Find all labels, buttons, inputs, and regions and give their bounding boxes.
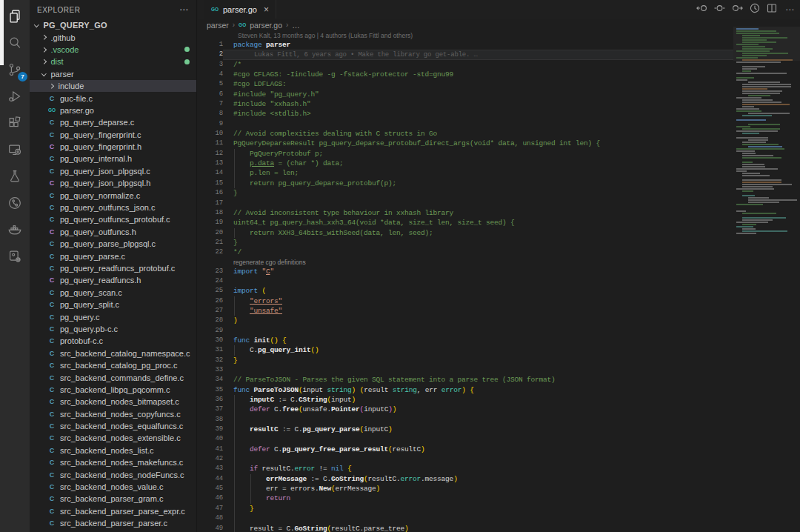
- line-number[interactable]: 11: [198, 139, 223, 148]
- docker-icon[interactable]: [0, 216, 30, 243]
- tree-item-src-backend-commands-define-c[interactable]: Csrc_backend_commands_define.c: [30, 371, 196, 383]
- tree-item-pg-query-readfuncs-h[interactable]: Cpg_query_readfuncs.h: [30, 274, 196, 286]
- code-line[interactable]: 34// ParseToJSON - Parses the given SQL …: [198, 375, 800, 385]
- line-number[interactable]: 5: [198, 79, 223, 89]
- code-line[interactable]: 28): [198, 316, 800, 325]
- tree-item-src-backend-nodes-equalfuncs-c[interactable]: Csrc_backend_nodes_equalfuncs.c: [30, 420, 196, 432]
- line-number[interactable]: 34: [198, 375, 223, 385]
- code-line[interactable]: 13 p.data = (char *) data;: [198, 159, 800, 168]
- code-line[interactable]: 31 C.pg_query_init(): [198, 345, 800, 355]
- gitlens-file-history-icon[interactable]: [749, 2, 761, 17]
- line-number[interactable]: 7: [198, 99, 223, 109]
- code-line[interactable]: 21}: [198, 238, 800, 247]
- breadcrumb-item[interactable]: parser.go: [250, 21, 282, 30]
- tree-item-src-backend-nodes-extensible-c[interactable]: Csrc_backend_nodes_extensible.c: [30, 432, 196, 444]
- code-line[interactable]: 11PgQueryDeparseResult pg_query_deparse_…: [198, 139, 800, 148]
- code-line[interactable]: 30func init() {: [198, 336, 800, 345]
- line-number[interactable]: 25: [198, 286, 223, 296]
- line-number[interactable]: 9: [198, 119, 223, 129]
- line-number[interactable]: 49: [198, 524, 223, 532]
- line-number[interactable]: 21: [198, 238, 223, 247]
- gitlens-next-change-icon[interactable]: [731, 2, 744, 17]
- line-number[interactable]: 2: [198, 50, 223, 59]
- line-number[interactable]: 10: [198, 129, 223, 139]
- code-line[interactable]: 48: [198, 513, 800, 523]
- gitlens-changes-icon[interactable]: [713, 2, 726, 17]
- code-line[interactable]: 46 return: [198, 493, 800, 503]
- close-tab-icon[interactable]: ×: [264, 4, 269, 15]
- line-number[interactable]: 41: [198, 445, 223, 454]
- code-line[interactable]: 44 errMessage := C.GoString(resultC.erro…: [198, 474, 800, 484]
- code-line[interactable]: 25import (: [198, 286, 800, 296]
- code-line[interactable]: 6#include "pg_query.h": [198, 90, 800, 99]
- tree-item-pg-query-c[interactable]: Cpg_query.c: [30, 310, 196, 322]
- code-line[interactable]: 29: [198, 326, 800, 336]
- line-number[interactable]: 44: [198, 474, 223, 484]
- line-number[interactable]: 42: [198, 454, 223, 464]
- tree-item-pg-query-scan-c[interactable]: Cpg_query_scan.c: [30, 287, 196, 299]
- line-number[interactable]: 33: [198, 365, 223, 375]
- code-line[interactable]: 32}: [198, 356, 800, 365]
- line-number[interactable]: 18: [198, 208, 223, 218]
- explorer-icon[interactable]: [0, 3, 30, 30]
- tree-item-pg-query-parse-c[interactable]: Cpg_query_parse.c: [30, 250, 196, 262]
- tree-item-src-backend-nodes-bitmapset-c[interactable]: Csrc_backend_nodes_bitmapset.c: [30, 396, 196, 408]
- tree-item--github[interactable]: .github: [30, 31, 196, 43]
- tree-item-pg-query-pb-c-c[interactable]: Cpg_query.pb-c.c: [30, 323, 196, 335]
- split-editor-icon[interactable]: [766, 2, 778, 17]
- line-number[interactable]: 35: [198, 385, 223, 395]
- code-line[interactable]: 35func ParseToJSON(input string) (result…: [198, 385, 800, 395]
- tree-item-parser-go[interactable]: GOparser.go: [30, 104, 196, 116]
- code-line[interactable]: 37 defer C.free(unsafe.Pointer(inputC)): [198, 405, 800, 414]
- code-line[interactable]: 3/*: [198, 60, 800, 70]
- line-number[interactable]: 26: [198, 296, 223, 306]
- tree-item-guc-file-c[interactable]: Cguc-file.c: [30, 92, 196, 104]
- tree-item-pg-query-json-plpgsql-c[interactable]: Cpg_query_json_plpgsql.c: [30, 165, 196, 177]
- code-line[interactable]: 19uint64_t pg_query_hash_xxh3_64(void *d…: [198, 218, 800, 227]
- code-line[interactable]: 49 result = C.GoString(resultC.parse_tre…: [198, 524, 800, 532]
- explorer-more-actions[interactable]: ⋯: [179, 4, 189, 15]
- line-number[interactable]: 31: [198, 345, 223, 355]
- tree-item-src-backend-parser-gram-c[interactable]: Csrc_backend_parser_gram.c: [30, 493, 196, 505]
- gitlens-prev-change-icon[interactable]: [696, 2, 708, 17]
- code-line[interactable]: 2Lukas Fittl, 6 years ago • Make the lib…: [198, 50, 800, 59]
- line-number[interactable]: 24: [198, 276, 223, 286]
- line-number[interactable]: 39: [198, 425, 223, 434]
- line-number[interactable]: 43: [198, 464, 223, 473]
- line-number[interactable]: 3: [198, 60, 223, 70]
- project-settings-icon[interactable]: [0, 243, 30, 270]
- code-line[interactable]: 36 inputC := C.CString(input): [198, 395, 800, 405]
- line-number[interactable]: 48: [198, 513, 223, 523]
- code-line[interactable]: 45 err = errors.New(errMessage): [198, 484, 800, 493]
- code-line[interactable]: 38: [198, 415, 800, 425]
- extensions-icon[interactable]: [0, 110, 30, 136]
- line-number[interactable]: 45: [198, 484, 223, 493]
- line-number[interactable]: 12: [198, 149, 223, 159]
- tree-item-pg-query-json-plpgsql-h[interactable]: Cpg_query_json_plpgsql.h: [30, 177, 196, 189]
- line-number[interactable]: 6: [198, 90, 223, 99]
- tree-item-src-backend-catalog-pg-proc-c[interactable]: Csrc_backend_catalog_pg_proc.c: [30, 359, 196, 371]
- line-number[interactable]: 22: [198, 247, 223, 257]
- code-line[interactable]: 7#include "xxhash.h": [198, 99, 800, 109]
- line-number[interactable]: 13: [198, 159, 223, 168]
- code-line[interactable]: 9: [198, 119, 800, 129]
- line-number[interactable]: 40: [198, 434, 223, 444]
- code-line[interactable]: 26 "errors": [198, 296, 800, 306]
- line-number[interactable]: 29: [198, 326, 223, 336]
- code-line[interactable]: 8#include <stdlib.h>: [198, 109, 800, 119]
- line-number[interactable]: 28: [198, 316, 223, 325]
- testing-icon[interactable]: [0, 163, 30, 190]
- line-number[interactable]: 46: [198, 493, 223, 503]
- tree-item-pg-query-parse-plpgsql-c[interactable]: Cpg_query_parse_plpgsql.c: [30, 238, 196, 250]
- tree-item-parser[interactable]: parser: [30, 68, 196, 80]
- tree-item-pg-query-go[interactable]: PG_QUERY_GO: [30, 19, 196, 31]
- codelens-link[interactable]: regenerate cgo definitions: [198, 258, 800, 267]
- tree-item-include[interactable]: include: [30, 80, 196, 92]
- tree-item-src-backend-parser-parse-expr-c[interactable]: Csrc_backend_parser_parse_expr.c: [30, 505, 196, 517]
- tree-item-src-backend-catalog-namespace-c[interactable]: Csrc_backend_catalog_namespace.c: [30, 348, 196, 359]
- tree-item-pg-query-internal-h[interactable]: Cpg_query_internal.h: [30, 153, 196, 164]
- line-number[interactable]: 17: [198, 199, 223, 208]
- tree-item-src-backend-nodes-nodefuncs-c[interactable]: Csrc_backend_nodes_nodeFuncs.c: [30, 468, 196, 480]
- line-number[interactable]: 15: [198, 179, 223, 188]
- code-line[interactable]: 23import "C": [198, 267, 800, 276]
